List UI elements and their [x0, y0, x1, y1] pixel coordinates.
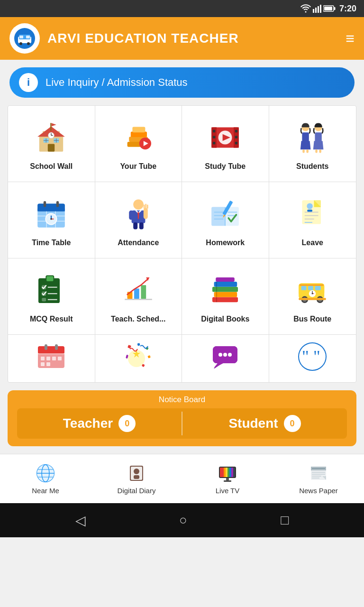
svg-rect-40 [213, 142, 215, 144]
grid-item-study-tube[interactable]: Study Tube [182, 106, 269, 182]
android-navbar: ◁ ○ □ [0, 503, 364, 537]
svg-rect-2 [318, 6, 319, 13]
svg-marker-53 [313, 141, 324, 149]
time-table-label: Time Table [32, 239, 71, 247]
grid-item-messaging[interactable] [182, 335, 269, 382]
near-me-icon [35, 463, 56, 484]
time-table-icon [32, 195, 70, 233]
svg-rect-80 [139, 222, 144, 229]
inquiry-text: Live Inquiry / Admission Status [46, 76, 188, 89]
svg-rect-116 [214, 282, 237, 287]
grid-item-calendar[interactable] [8, 335, 95, 382]
study-tube-label: Study Tube [205, 162, 246, 171]
svg-rect-79 [133, 222, 137, 229]
calendar-icon [36, 341, 66, 372]
grid-item-students[interactable]: Students [269, 106, 356, 182]
svg-rect-50 [307, 149, 309, 153]
svg-rect-43 [235, 142, 237, 144]
svg-rect-49 [303, 149, 305, 153]
svg-point-163 [228, 353, 232, 357]
recent-button[interactable]: □ [281, 513, 289, 528]
homework-icon [206, 195, 244, 233]
teacher-notice-button[interactable]: Teacher 0 [17, 408, 182, 439]
nav-item-live-tv[interactable]: Live TV [182, 459, 273, 498]
news-paper-icon [308, 463, 329, 484]
back-button[interactable]: ◁ [75, 513, 86, 528]
svg-rect-188 [226, 478, 229, 480]
grid-item-mcq-result[interactable]: MCQ Result [8, 258, 95, 334]
svg-point-162 [223, 353, 227, 357]
news-paper-label: News Paper [299, 487, 338, 495]
svg-point-161 [218, 353, 222, 357]
svg-rect-146 [58, 357, 62, 360]
svg-rect-25 [48, 144, 55, 152]
grid-item-bus-route[interactable]: Bus Route [269, 258, 356, 334]
grid-item-attendance[interactable]: Attendance [95, 182, 182, 258]
svg-rect-147 [41, 362, 45, 366]
svg-rect-117 [216, 277, 235, 282]
student-label: Student [228, 416, 278, 431]
svg-rect-127 [315, 286, 321, 290]
svg-rect-58 [37, 209, 65, 211]
digital-books-label: Digital Books [201, 315, 249, 323]
grid-item-teach-sched[interactable]: Teach. Sched... [95, 258, 182, 334]
signal-icon [313, 4, 321, 13]
grid-item-celebration[interactable] [95, 335, 182, 382]
svg-rect-148 [46, 362, 50, 366]
svg-rect-47 [302, 132, 309, 142]
svg-rect-124 [300, 284, 323, 286]
svg-rect-12 [19, 36, 23, 38]
nav-item-digital-diary[interactable]: Digital Diary [91, 459, 182, 498]
grid-row-4: " " [8, 335, 356, 382]
svg-point-70 [133, 199, 144, 210]
near-me-label: Near Me [32, 487, 59, 495]
svg-rect-54 [316, 149, 318, 153]
logo-icon [13, 27, 36, 50]
svg-rect-60 [56, 201, 59, 207]
svg-rect-55 [319, 149, 322, 153]
grid-item-quotes[interactable]: " " [269, 335, 356, 382]
bus-route-label: Bus Route [293, 315, 331, 323]
grid-item-your-tube[interactable]: Your Tube [95, 106, 182, 182]
notice-board: Notice Board Teacher 0 Student 0 [8, 390, 356, 446]
grid-item-school-wall[interactable]: School Wall [8, 106, 95, 182]
svg-rect-0 [313, 9, 314, 13]
leave-icon [293, 195, 331, 233]
svg-rect-111 [141, 285, 146, 299]
student-notice-button[interactable]: Student 0 [182, 408, 347, 439]
svg-rect-106 [42, 298, 46, 301]
svg-rect-41 [235, 130, 237, 132]
svg-rect-137 [299, 298, 326, 300]
svg-point-10 [19, 42, 22, 45]
svg-rect-125 [301, 286, 307, 290]
bottom-navigation: Near Me Digital Diary [0, 454, 364, 503]
svg-rect-5 [334, 7, 335, 10]
svg-point-177 [134, 469, 139, 474]
attendance-label: Attendance [118, 239, 159, 247]
nav-item-near-me[interactable]: Near Me [0, 459, 91, 498]
main-grid: School Wall Your Tube [8, 105, 356, 383]
grid-item-time-table[interactable]: Time Table [8, 182, 95, 258]
svg-text:": " [313, 347, 320, 366]
menu-button[interactable]: ≡ [346, 30, 355, 47]
inquiry-banner[interactable]: i Live Inquiry / Admission Status [9, 67, 355, 98]
nav-item-news-paper[interactable]: News Paper [273, 459, 364, 498]
svg-rect-108 [125, 299, 152, 300]
grid-item-leave[interactable]: Leave [269, 182, 356, 258]
grid-item-digital-books[interactable]: Digital Books [182, 258, 269, 334]
app-header: ARVI EDUCATION TEACHER ≡ [0, 17, 364, 60]
grid-item-homework[interactable]: Homework [182, 182, 269, 258]
your-tube-icon [119, 119, 157, 156]
svg-marker-160 [214, 363, 223, 368]
svg-rect-101 [46, 276, 54, 282]
svg-marker-48 [300, 141, 311, 149]
svg-rect-1 [315, 8, 317, 13]
svg-point-97 [307, 203, 313, 210]
homework-label: Homework [206, 239, 245, 247]
home-button[interactable]: ○ [179, 513, 187, 528]
live-tv-icon [217, 463, 238, 484]
grid-row-1: School Wall Your Tube [8, 106, 356, 182]
school-wall-icon [32, 119, 70, 156]
grid-row-2: Time Table [8, 182, 356, 258]
digital-diary-label: Digital Diary [118, 487, 156, 495]
